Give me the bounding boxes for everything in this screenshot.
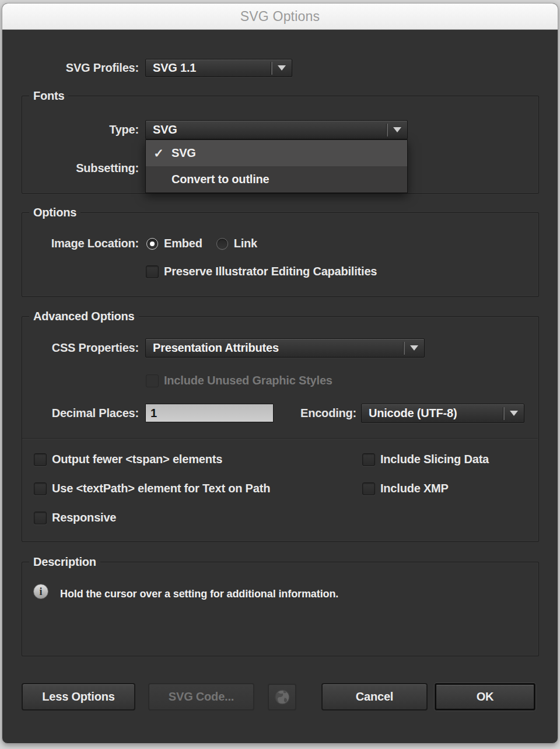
svg-code-label: SVG Code... (169, 690, 234, 704)
description-legend: Description (29, 554, 100, 570)
include-slicing-data-checkbox-row[interactable]: Include Slicing Data (362, 453, 489, 466)
encoding-value: Unicode (UTF-8) (362, 407, 503, 420)
link-radio (216, 238, 228, 250)
responsive-label: Responsive (52, 511, 116, 524)
include-xmp-label: Include XMP (380, 482, 449, 495)
ok-button[interactable]: OK (435, 683, 536, 710)
link-radio-option[interactable]: Link (216, 237, 257, 250)
use-textpath-checkbox-row[interactable]: Use <textPath> element for Text on Path (34, 482, 270, 495)
svg-code-button[interactable]: SVG Code... (148, 683, 254, 710)
fonts-group-legend: Fonts (29, 88, 68, 104)
include-xmp-checkbox-row[interactable]: Include XMP (362, 482, 449, 495)
description-group: Description (22, 562, 539, 656)
output-fewer-tspan-checkbox (34, 453, 47, 466)
svg-profiles-dropdown[interactable]: SVG 1.1 (145, 59, 292, 77)
include-unused-styles-label: Include Unused Graphic Styles (164, 374, 332, 387)
use-textpath-checkbox (34, 482, 47, 495)
menu-item-label: SVG (172, 146, 196, 160)
cancel-label: Cancel (356, 690, 393, 704)
advanced-divider (22, 438, 538, 439)
info-icon: i (33, 584, 48, 599)
svg-profiles-value: SVG 1.1 (146, 61, 271, 75)
css-properties-label: CSS Properties: (20, 338, 139, 358)
embed-radio (146, 238, 158, 250)
include-slicing-data-checkbox (362, 453, 375, 466)
use-textpath-label: Use <textPath> element for Text on Path (52, 482, 270, 495)
less-options-label: Less Options (42, 690, 114, 704)
advanced-options-legend: Advanced Options (29, 309, 139, 324)
less-options-button[interactable]: Less Options (22, 683, 135, 710)
include-slicing-data-label: Include Slicing Data (380, 453, 489, 466)
menu-item-svg[interactable]: ✓ SVG (146, 140, 407, 166)
dialog-title: SVG Options (240, 9, 320, 24)
image-location-radios: Embed Link (146, 234, 257, 253)
include-unused-styles-checkbox (146, 374, 159, 387)
dropdown-separator (387, 124, 388, 136)
preserve-editing-checkbox-row[interactable]: Preserve Illustrator Editing Capabilitie… (146, 265, 377, 278)
ok-label: OK (477, 690, 494, 704)
dropdown-separator (503, 407, 505, 420)
menu-item-convert-to-outline[interactable]: Convert to outline (146, 166, 407, 192)
check-icon: ✓ (146, 146, 172, 160)
include-unused-styles-checkbox-row[interactable]: Include Unused Graphic Styles (146, 374, 332, 387)
description-text: Hold the cursor over a setting for addit… (60, 586, 338, 601)
globe-icon (274, 688, 291, 706)
decimal-places-label: Decimal Places: (20, 404, 139, 422)
preserve-editing-label: Preserve Illustrator Editing Capabilitie… (164, 265, 377, 278)
svg-options-dialog: SVG Options SVG Profiles: SVG 1.1 Fonts … (2, 3, 558, 744)
css-properties-value: Presentation Attributes (146, 341, 404, 355)
font-type-dropdown[interactable]: SVG (145, 120, 408, 139)
include-xmp-checkbox (362, 482, 375, 495)
options-group: Options (22, 212, 539, 297)
font-type-value: SVG (146, 123, 387, 136)
encoding-label: Encoding: (271, 404, 356, 423)
web-preview-button[interactable] (268, 684, 296, 710)
image-location-label: Image Location: (20, 234, 139, 253)
encoding-dropdown[interactable]: Unicode (UTF-8) (361, 404, 524, 423)
dropdown-separator (404, 342, 405, 355)
type-label: Type: (20, 120, 139, 139)
dialog-titlebar[interactable]: SVG Options (2, 4, 558, 30)
dropdown-arrow-icon (510, 411, 518, 416)
subsetting-label: Subsetting: (20, 159, 139, 178)
responsive-checkbox-row[interactable]: Responsive (34, 511, 116, 524)
responsive-checkbox (34, 512, 47, 524)
menu-item-label: Convert to outline (172, 173, 270, 186)
decimal-places-input[interactable] (145, 404, 274, 422)
svg-profiles-label: SVG Profiles: (20, 59, 139, 77)
dropdown-separator (271, 62, 272, 75)
embed-radio-label: Embed (164, 237, 202, 250)
dropdown-arrow-icon (278, 65, 286, 71)
cancel-button[interactable]: Cancel (321, 683, 428, 710)
output-fewer-tspan-checkbox-row[interactable]: Output fewer <tspan> elements (34, 453, 222, 466)
font-type-menu: ✓ SVG Convert to outline (145, 139, 408, 193)
embed-radio-option[interactable]: Embed (146, 237, 202, 250)
dropdown-arrow-icon (410, 345, 418, 351)
options-group-legend: Options (29, 205, 80, 220)
link-radio-label: Link (234, 237, 257, 250)
dropdown-arrow-icon (393, 127, 401, 132)
preserve-editing-checkbox (146, 265, 159, 278)
css-properties-dropdown[interactable]: Presentation Attributes (145, 338, 425, 358)
output-fewer-tspan-label: Output fewer <tspan> elements (52, 453, 222, 466)
